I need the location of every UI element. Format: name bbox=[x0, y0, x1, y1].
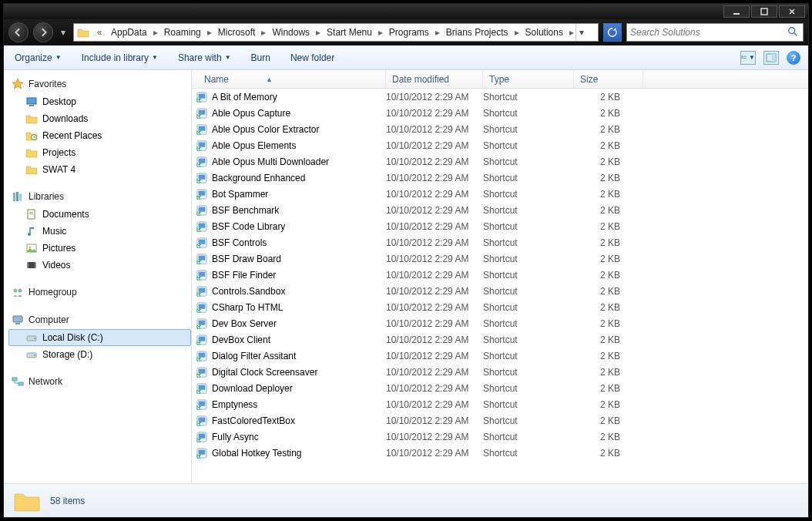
sidebar-item-libraries[interactable]: Libraries bbox=[8, 187, 191, 206]
breadcrumb-part[interactable]: Microsoft bbox=[213, 27, 260, 38]
file-row[interactable]: BSF Draw Board10/10/2012 2:29 AMShortcut… bbox=[192, 250, 808, 267]
file-row[interactable]: Bot Spammer10/10/2012 2:29 AMShortcut2 K… bbox=[192, 186, 808, 202]
sidebar-item[interactable]: Local Disk (C:) bbox=[8, 329, 191, 346]
svg-rect-47 bbox=[199, 190, 206, 195]
breadcrumb-part[interactable]: Solutions bbox=[521, 27, 568, 38]
svg-rect-49 bbox=[199, 207, 206, 211]
refresh-button[interactable] bbox=[603, 23, 622, 42]
file-row[interactable]: Background Enhanced10/10/2012 2:29 AMSho… bbox=[192, 170, 808, 186]
file-row[interactable]: Dialog Filter Assitant10/10/2012 2:29 AM… bbox=[192, 348, 808, 364]
file-row[interactable]: Emptyness10/10/2012 2:29 AMShortcut2 KB bbox=[192, 396, 808, 412]
file-row[interactable]: Able Opus Color Extractor10/10/2012 2:29… bbox=[192, 121, 808, 137]
chevron-right-icon[interactable]: ▸ bbox=[206, 27, 213, 38]
chevron-right-icon[interactable]: ▸ bbox=[314, 27, 322, 38]
search-box[interactable] bbox=[626, 23, 804, 42]
sidebar-item[interactable]: Storage (D:) bbox=[8, 346, 191, 363]
file-list[interactable]: A Bit of Memory10/10/2012 2:29 AMShortcu… bbox=[192, 89, 808, 483]
breadcrumb-dropdown[interactable]: ▾ bbox=[575, 24, 588, 41]
file-row[interactable]: BSF Controls10/10/2012 2:29 AMShortcut2 … bbox=[192, 234, 808, 250]
chevron-right-icon[interactable]: ▸ bbox=[377, 27, 384, 38]
sidebar-item[interactable]: Music bbox=[8, 223, 191, 240]
sidebar-item[interactable]: SWAT 4 bbox=[8, 161, 191, 178]
file-size: 2 KB bbox=[574, 448, 643, 459]
chevron-right-icon[interactable]: ▸ bbox=[152, 27, 159, 38]
file-type: Shortcut bbox=[483, 302, 574, 313]
file-row[interactable]: Able Opus Capture10/10/2012 2:29 AMShort… bbox=[192, 105, 808, 121]
file-row[interactable]: BSF Code Library10/10/2012 2:29 AMShortc… bbox=[192, 218, 808, 234]
search-input[interactable] bbox=[630, 27, 787, 38]
file-row[interactable]: BSF Benchmark10/10/2012 2:29 AMShortcut2… bbox=[192, 202, 808, 218]
file-type: Shortcut bbox=[483, 156, 574, 167]
sidebar-item[interactable]: Recent Places bbox=[8, 127, 191, 144]
sidebar-item[interactable]: Desktop bbox=[8, 93, 191, 110]
file-date: 10/10/2012 2:29 AM bbox=[386, 399, 483, 410]
file-row[interactable]: CSharp To HTML10/10/2012 2:29 AMShortcut… bbox=[192, 299, 808, 315]
sidebar-item[interactable]: Projects bbox=[8, 144, 191, 161]
column-name[interactable]: Name▲ bbox=[192, 70, 386, 88]
preview-pane-button[interactable] bbox=[763, 51, 779, 65]
back-button[interactable] bbox=[8, 22, 29, 42]
file-row[interactable]: FastColoredTextBox10/10/2012 2:29 AMShor… bbox=[192, 412, 808, 429]
sidebar-item-computer[interactable]: Computer bbox=[8, 311, 191, 329]
file-row[interactable]: Able Opus Multi Downloader10/10/2012 2:2… bbox=[192, 153, 808, 170]
file-row[interactable]: BSF File Finder10/10/2012 2:29 AMShortcu… bbox=[192, 267, 808, 283]
breadcrumb-part[interactable]: Programs bbox=[384, 27, 434, 38]
file-row[interactable]: Fully Async10/10/2012 2:29 AMShortcut2 K… bbox=[192, 429, 808, 445]
sidebar-item[interactable]: Documents bbox=[8, 206, 191, 223]
status-bar: 58 items bbox=[4, 483, 808, 517]
file-size: 2 KB bbox=[574, 140, 643, 151]
svg-point-31 bbox=[34, 355, 35, 356]
forward-button[interactable] bbox=[33, 22, 53, 42]
star-icon bbox=[12, 78, 24, 90]
breadcrumb-part[interactable]: AppData bbox=[106, 27, 152, 38]
breadcrumb-part[interactable]: Windows bbox=[267, 27, 314, 38]
share-with-button[interactable]: Share with▼ bbox=[175, 51, 234, 65]
column-date-modified[interactable]: Date modified bbox=[386, 70, 483, 88]
svg-rect-23 bbox=[35, 262, 36, 268]
help-button[interactable]: ? bbox=[787, 51, 800, 65]
sidebar-item-homegroup[interactable]: Homegroup bbox=[8, 283, 191, 301]
pic-icon bbox=[25, 242, 38, 254]
new-folder-button[interactable]: New folder bbox=[287, 51, 337, 65]
minimize-button[interactable] bbox=[723, 5, 750, 18]
file-row[interactable]: Digital Clock Screensaver10/10/2012 2:29… bbox=[192, 364, 808, 380]
breadcrumb-part[interactable]: Start Menu bbox=[322, 27, 377, 38]
sidebar-item[interactable]: Downloads bbox=[8, 110, 191, 127]
view-options-button[interactable]: ▼ bbox=[740, 51, 756, 65]
burn-button[interactable]: Burn bbox=[248, 51, 273, 65]
sidebar-item[interactable]: Videos bbox=[8, 257, 191, 274]
file-row[interactable]: Download Deployer10/10/2012 2:29 AMShort… bbox=[192, 380, 808, 396]
sidebar-item-favorites[interactable]: Favorites bbox=[8, 75, 191, 93]
sidebar-item-network[interactable]: Network bbox=[8, 372, 191, 391]
chevron-right-icon[interactable]: ▸ bbox=[434, 27, 441, 38]
folder-icon bbox=[13, 489, 41, 513]
file-row[interactable]: Global Hotkey Testing10/10/2012 2:29 AMS… bbox=[192, 445, 808, 461]
sidebar-item-label: Recent Places bbox=[42, 130, 102, 141]
history-dropdown[interactable]: ▾ bbox=[58, 25, 69, 40]
include-in-library-button[interactable]: Include in library▼ bbox=[79, 51, 161, 65]
search-icon bbox=[787, 26, 800, 39]
breadcrumb[interactable]: « AppData▸Roaming▸Microsoft▸Windows▸Star… bbox=[73, 23, 599, 42]
svg-rect-14 bbox=[19, 193, 22, 201]
sidebar-item[interactable]: Pictures bbox=[8, 240, 191, 257]
column-size[interactable]: Size bbox=[574, 70, 643, 88]
breadcrumb-part[interactable]: Roaming bbox=[159, 27, 206, 38]
shortcut-icon bbox=[195, 270, 209, 281]
chevron-right-icon[interactable]: ▸ bbox=[513, 27, 521, 38]
breadcrumb-part[interactable]: Brians Projects bbox=[441, 27, 513, 38]
file-row[interactable]: A Bit of Memory10/10/2012 2:29 AMShortcu… bbox=[192, 89, 808, 105]
file-row[interactable]: Dev Box Server10/10/2012 2:29 AMShortcut… bbox=[192, 315, 808, 331]
organize-button[interactable]: Organize▼ bbox=[12, 51, 65, 65]
close-button[interactable] bbox=[779, 5, 805, 18]
chevron-right-icon[interactable]: ▸ bbox=[260, 27, 267, 38]
maximize-button[interactable] bbox=[751, 5, 777, 18]
file-row[interactable]: Controls.Sandbox10/10/2012 2:29 AMShortc… bbox=[192, 283, 808, 299]
column-type[interactable]: Type bbox=[483, 70, 574, 88]
file-size: 2 KB bbox=[574, 254, 643, 264]
folder-icon bbox=[25, 146, 38, 159]
breadcrumb-overflow[interactable]: « bbox=[92, 27, 106, 38]
chevron-right-icon[interactable]: ▸ bbox=[568, 27, 575, 38]
svg-rect-26 bbox=[13, 316, 22, 322]
file-row[interactable]: DevBox Client10/10/2012 2:29 AMShortcut2… bbox=[192, 331, 808, 348]
file-row[interactable]: Able Opus Elements10/10/2012 2:29 AMShor… bbox=[192, 137, 808, 153]
